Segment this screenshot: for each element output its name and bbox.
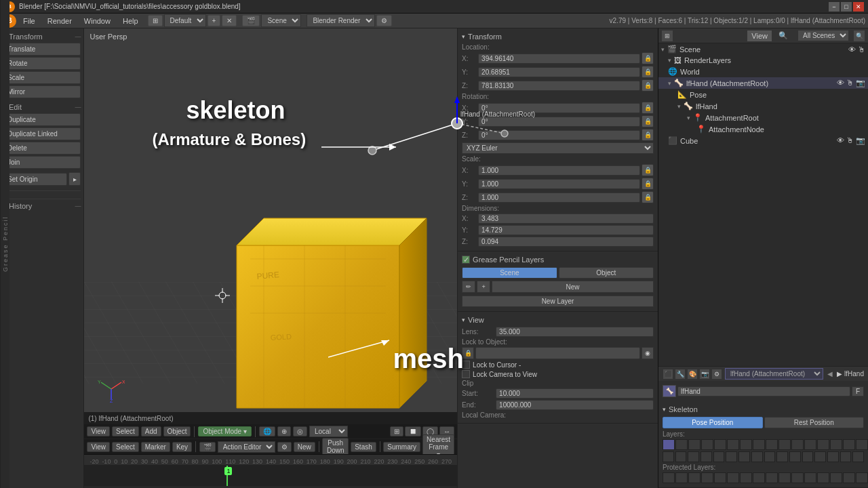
bone-layer-16[interactable] [856,439,868,450]
bone-layer-5[interactable] [714,439,726,450]
maximize-button[interactable]: □ [841,2,852,12]
prot-layer-14[interactable] [830,472,842,483]
rot-x-lock[interactable]: 🔒 [642,102,654,114]
bone-layer-10[interactable] [778,439,791,450]
prot-layer-4[interactable] [701,472,713,483]
bone-layer-7[interactable] [740,439,752,450]
transform-section-title[interactable]: Transform — [3,31,81,42]
prot-layer-7[interactable] [740,472,752,483]
scale-button[interactable]: Scale [3,71,81,84]
prot-layer-5[interactable] [714,472,726,483]
cube-eye[interactable]: 👁 [837,136,844,145]
outliner-attachmentroot[interactable]: ▾ 📍 AttachmentRoot [658,112,868,123]
prot-layer-11[interactable] [791,472,804,483]
outliner-cube[interactable]: ⬛ Cube 👁 🖱 📷 [658,135,868,146]
timeline[interactable]: -20-10 010 2030 4050 6070 8090 100110 12… [84,454,457,488]
gp-scene-tab[interactable]: Scene [462,267,557,279]
ifhand-f-btn[interactable]: F [852,386,864,396]
object-mode-btn[interactable]: Object Mode ▾ [198,426,251,436]
delete-button[interactable]: Delete [3,142,81,155]
bone-layer-24[interactable] [751,451,763,462]
minimize-button[interactable]: − [829,2,840,12]
prop-icon-4[interactable]: 📷 [699,369,710,380]
lfhand-restrict[interactable]: 🖱 [846,79,854,87]
prot-layer-2[interactable] [675,472,688,483]
bone-layer-2[interactable] [675,439,688,450]
cube-restrict[interactable]: 🖱 [846,136,854,145]
gp-pencil-icon[interactable]: ✏ [462,281,475,293]
renderer-settings-btn[interactable]: ⚙ [376,15,392,26]
scale-y-lock[interactable]: 🔒 [642,178,654,190]
prot-layer-16[interactable] [856,472,868,483]
outliner-view-tab[interactable]: View [747,30,772,41]
bone-layer-27[interactable] [789,451,801,462]
scale-z-lock[interactable]: 🔒 [642,191,654,203]
bone-layer-21[interactable] [713,451,725,462]
prot-layer-8[interactable] [753,472,765,483]
gp-new-layer-btn[interactable]: New Layer [462,296,654,307]
renderer-select[interactable]: Blender Render [307,14,375,27]
bone-layer-20[interactable] [701,451,712,462]
snap-btn[interactable]: 🔲 [405,426,421,436]
scene-icon-btn[interactable]: 🎬 [242,15,260,26]
bone-layer-12[interactable] [804,439,816,450]
set-origin-button[interactable]: Set Origin [3,173,67,186]
del-screen-btn[interactable]: ✕ [222,15,237,26]
workspace-select[interactable]: Default [164,14,206,27]
view-menu-anim[interactable]: View [87,442,110,452]
lock-object-input[interactable] [475,347,640,359]
gp-checkbox[interactable]: ✓ [462,256,470,264]
lfhand-eye[interactable]: 👁 [837,79,844,87]
select-menu-anim[interactable]: Select [112,442,139,452]
menu-help[interactable]: Help [117,16,144,26]
summary-btn[interactable]: Summary [383,442,420,452]
prot-layer-13[interactable] [817,472,829,483]
rest-position-btn[interactable]: Rest Position [764,417,865,428]
screen-layout-btn[interactable]: ⊞ [148,15,163,26]
bone-layer-25[interactable] [764,451,776,462]
scale-x-lock[interactable]: 🔒 [642,164,654,176]
bone-layer-19[interactable] [688,451,699,462]
prop-icon-1[interactable]: ⬛ [663,369,673,380]
outliner-pose[interactable]: 📐 Pose [658,89,868,100]
rotate-button[interactable]: Rotate [3,57,81,70]
ifhand-name-input[interactable] [677,386,850,396]
bone-layer-32[interactable] [852,451,864,462]
select-menu-3d[interactable]: Select [112,426,139,436]
global-local-btn[interactable]: 🌐 [259,426,275,436]
skeleton-title[interactable]: Skeleton [663,404,864,415]
menu-file[interactable]: File [18,16,41,26]
bone-layer-1[interactable] [663,439,675,450]
marker-menu-anim[interactable]: Marker [141,442,170,452]
bone-layer-8[interactable] [753,439,765,450]
gp-new-btn[interactable]: New [492,281,654,293]
lens-input[interactable] [496,327,654,337]
prot-layer-12[interactable] [804,472,816,483]
gp-add-icon[interactable]: + [477,281,490,293]
bone-layer-6[interactable] [727,439,739,450]
prot-layer-15[interactable] [843,472,855,483]
bone-layer-9[interactable] [766,439,778,450]
outliner-renderlayers[interactable]: ▾ 🖼 RenderLayers [658,55,868,66]
bone-layer-22[interactable] [726,451,737,462]
outliner-icon-1[interactable]: ⊞ [661,30,673,42]
dim-z-input[interactable] [478,237,654,247]
bone-layer-4[interactable] [701,439,713,450]
new-action-btn[interactable]: New [294,442,315,452]
transform-orient-btn[interactable]: ⊕ [277,426,291,436]
transform-props-title[interactable]: Transform [462,31,654,42]
loc-z-lock[interactable]: 🔒 [642,79,654,92]
dim-x-input[interactable] [478,214,654,224]
prot-layer-6[interactable] [727,472,739,483]
rot-z-lock[interactable]: 🔒 [642,129,654,141]
bone-layer-15[interactable] [843,439,855,450]
set-origin-dropdown[interactable]: ▸ [68,172,81,186]
gp-object-tab[interactable]: Object [559,267,654,279]
bone-layer-18[interactable] [675,451,687,462]
close-button[interactable]: ✕ [853,2,864,12]
prot-layer-9[interactable] [766,472,778,483]
action-editor-select[interactable]: Action Editor [218,441,275,453]
outliner-lfhand-bone[interactable]: ▾ 🦴 lfHand [658,100,868,112]
stash-btn[interactable]: Stash [351,442,376,452]
push-down-btn[interactable]: Push Down [322,438,349,455]
